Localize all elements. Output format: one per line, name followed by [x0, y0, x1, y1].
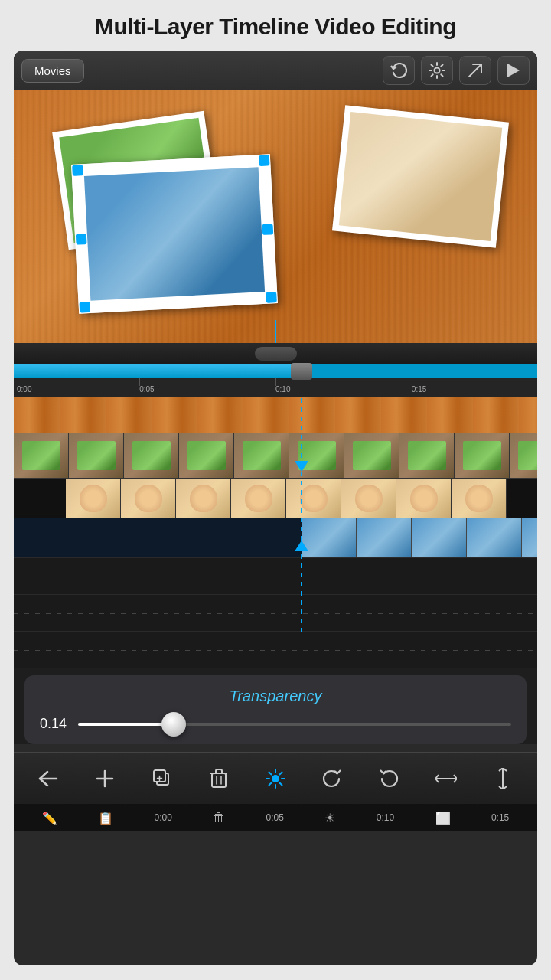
video-thumb-3 [124, 433, 179, 478]
video-thumb-7 [344, 433, 399, 478]
handle-tl[interactable] [72, 165, 83, 176]
btc-icon-5[interactable]: ⬜ [435, 811, 451, 825]
duplicate-button[interactable] [142, 759, 182, 799]
move-button[interactable] [483, 759, 523, 799]
progress-thumb[interactable] [291, 363, 312, 380]
blue-thumb-4 [467, 518, 522, 557]
timecode-ruler: 0:00 0:05 0:10 0:15 [14, 378, 537, 397]
svg-line-20 [279, 782, 282, 785]
stage-bottom [14, 343, 537, 364]
transparency-popup: Transparency 0.14 [24, 675, 527, 744]
video-thumb-9 [455, 433, 510, 478]
svg-point-0 [435, 68, 440, 74]
bottom-toolbar [14, 752, 537, 804]
add-button[interactable] [85, 759, 125, 799]
timecode-1: 0:05 [139, 385, 154, 394]
svg-line-21 [279, 772, 282, 774]
track-empty-1-line [14, 577, 537, 577]
track-empty-3-line [14, 650, 537, 651]
playhead-line [301, 398, 302, 635]
video-thumb-10 [510, 433, 537, 478]
back-button[interactable] [28, 759, 68, 799]
timecode-2: 0:10 [276, 385, 290, 394]
btc-icon-1[interactable]: ✏️ [42, 811, 57, 825]
btc-timecode-2: 0:10 [377, 812, 394, 823]
video-thumb-2 [69, 433, 124, 478]
btc-timecode-3: 0:15 [491, 812, 509, 823]
rotate-cw-button[interactable] [312, 759, 352, 799]
play-button[interactable] [497, 56, 530, 85]
top-toolbar: Movies [14, 51, 537, 90]
btc-timecode-0: 0:00 [154, 812, 171, 823]
blue-thumb-5 [522, 518, 537, 557]
preview-playhead-line [275, 320, 276, 343]
video-thumb-5 [234, 433, 289, 478]
face-thumb-1 [66, 479, 121, 518]
video-thumb-1 [14, 433, 69, 478]
timecode-0: 0:00 [17, 385, 31, 394]
svg-line-22 [269, 782, 271, 785]
progress-bar[interactable] [14, 364, 537, 378]
svg-marker-2 [507, 64, 520, 77]
transparency-slider-track[interactable] [78, 723, 511, 726]
face-thumb-5 [286, 479, 341, 518]
face-thumb-3 [176, 479, 231, 518]
track-face-video[interactable] [14, 478, 537, 518]
face-thumb-4 [231, 479, 286, 518]
btc-icon-2[interactable]: 📋 [98, 811, 113, 825]
playhead-triangle-up [295, 541, 308, 551]
delete-button[interactable] [199, 759, 239, 799]
handle-mr[interactable] [262, 224, 273, 235]
video-thumb-4 [179, 433, 234, 478]
bottom-timecode-bar: ✏️ 📋 0:00 🗑 0:05 ☀ 0:10 ⬜ 0:15 [14, 804, 537, 831]
transparency-label: Transparency [40, 688, 511, 705]
face-thumb-2 [121, 479, 176, 518]
svg-line-1 [469, 64, 481, 77]
face-thumb-6 [341, 479, 396, 518]
undo-button[interactable] [383, 56, 415, 85]
timecode-3: 0:15 [412, 385, 426, 394]
photo-card-2-image [339, 112, 502, 241]
svg-rect-10 [212, 773, 226, 787]
track-wood[interactable] [14, 397, 537, 433]
transparency-row: 0.14 [40, 716, 511, 732]
track-blue-video[interactable] [14, 518, 537, 557]
timeline-area: 0:00 0:05 0:10 0:15 [14, 364, 537, 744]
resize-button[interactable] [426, 759, 466, 799]
app-container: Movies [14, 51, 537, 965]
handle-ml[interactable] [76, 234, 87, 245]
face-thumb-7 [396, 479, 452, 518]
video-thumb-8 [399, 433, 455, 478]
settings-button[interactable] [421, 56, 453, 85]
handle-bl[interactable] [79, 302, 90, 313]
stage-indicator [255, 347, 297, 361]
share-button[interactable] [459, 56, 491, 85]
preview-area [14, 90, 537, 343]
btc-icon-3[interactable]: 🗑 [213, 811, 225, 825]
brightness-button[interactable] [256, 759, 295, 799]
handle-br[interactable] [266, 292, 277, 303]
track-video-children[interactable] [14, 433, 537, 478]
track-empty-1 [14, 557, 537, 594]
face-thumb-8 [452, 479, 507, 518]
handle-tr[interactable] [259, 155, 270, 166]
transparency-slider-fill [78, 723, 174, 726]
track-empty-2-line [14, 613, 537, 614]
track-empty-2 [14, 594, 537, 631]
blue-thumb-2 [357, 518, 412, 557]
transparency-value: 0.14 [40, 716, 69, 732]
track-empty-3 [14, 631, 537, 668]
rotate-ccw-button[interactable] [369, 759, 409, 799]
playhead-triangle-down [295, 461, 308, 472]
progress-fill [14, 364, 302, 378]
blue-thumb-3 [412, 518, 467, 557]
page-title: Multi-Layer Timeline Video Editing [0, 0, 551, 51]
blue-thumb-1 [302, 518, 357, 557]
btc-icon-4[interactable]: ☀ [324, 811, 335, 825]
btc-timecode-1: 0:05 [266, 812, 284, 823]
photo-card-3[interactable] [71, 154, 278, 313]
movies-button[interactable]: Movies [21, 59, 84, 83]
svg-point-14 [272, 775, 279, 782]
transparency-slider-thumb[interactable] [161, 712, 186, 737]
photo-card-2[interactable] [332, 105, 509, 248]
